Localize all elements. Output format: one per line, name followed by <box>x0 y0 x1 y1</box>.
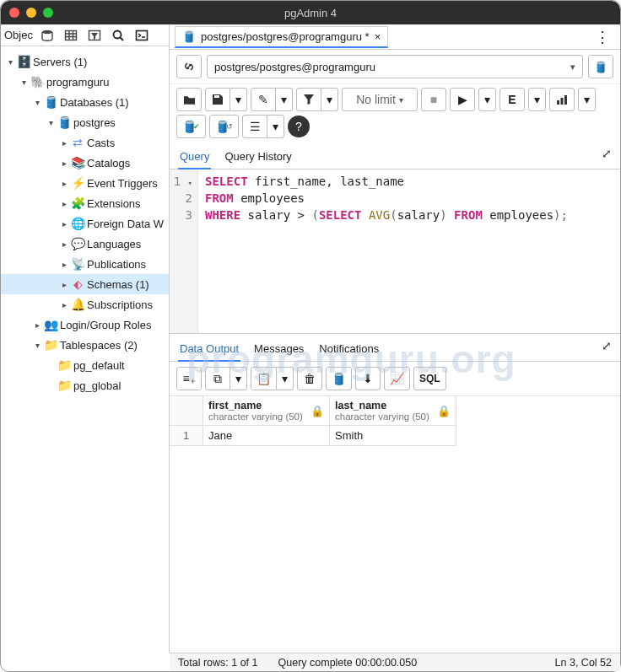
add-row-button[interactable]: ≡₊ <box>176 367 202 390</box>
tree-servers[interactable]: ▾🗄️Servers (1) <box>1 51 169 72</box>
status-time: Query complete 00:00:00.050 <box>278 657 418 669</box>
column-header-first-name[interactable]: first_name character varying (50) 🔒 <box>203 396 330 426</box>
tab-menu[interactable]: ⋮ <box>590 28 615 46</box>
limit-select[interactable]: No limit <box>342 88 418 111</box>
expand-output-icon[interactable]: ⤢ <box>602 339 612 361</box>
tree-subscriptions[interactable]: ▸🔔Subscriptions <box>1 294 169 314</box>
tree-tablespaces[interactable]: ▾📁Tablespaces (2) <box>1 335 169 355</box>
column-header-last-name[interactable]: last_name character varying (50) 🔒 <box>330 396 456 426</box>
publications-icon: 📡 <box>70 257 85 271</box>
new-connection-button[interactable]: 🛢️ <box>588 55 613 78</box>
stop-button[interactable]: ■ <box>421 88 446 111</box>
tree-fdw[interactable]: ▸🌐Foreign Data W <box>1 213 169 234</box>
tab-query[interactable]: Query <box>178 147 211 169</box>
row-index: 1 <box>170 426 203 446</box>
filter-button[interactable] <box>296 88 321 111</box>
explain-button[interactable]: E <box>500 88 525 111</box>
result-grid[interactable]: first_name character varying (50) 🔒 last… <box>170 395 620 446</box>
sql-editor[interactable]: 1 ▾ 2 3 SELECT first_name, last_name FRO… <box>170 169 620 334</box>
paste-dropdown[interactable]: ▾ <box>277 367 294 390</box>
object-tree[interactable]: ▾🗄️Servers (1) ▾🐘programguru ▾🛢️Database… <box>1 46 169 653</box>
status-rows: Total rows: 1 of 1 <box>178 657 258 669</box>
paste-button[interactable]: 📋 <box>251 367 277 390</box>
filter-icon[interactable] <box>85 26 104 45</box>
execute-button[interactable]: ▶ <box>450 88 475 111</box>
copy-dropdown[interactable]: ▾ <box>230 367 247 390</box>
editor-tab[interactable]: 🛢️ postgres/postgres@programguru * × <box>175 26 388 48</box>
extensions-icon: 🧩 <box>70 196 85 210</box>
tree-extensions[interactable]: ▸🧩Extensions <box>1 193 169 213</box>
svg-line-8 <box>120 37 123 40</box>
folder-icon: 📁 <box>57 358 72 372</box>
sql-view-button[interactable]: SQL <box>413 367 446 390</box>
cell-last-name[interactable]: Smith <box>330 426 456 446</box>
rollback-button[interactable]: 🛢️↺ <box>209 115 239 138</box>
open-file-button[interactable] <box>176 88 202 111</box>
svg-rect-12 <box>561 98 564 105</box>
filter-dropdown[interactable]: ▾ <box>321 88 338 111</box>
save-dropdown[interactable]: ▾ <box>230 88 247 111</box>
analyze-button[interactable] <box>549 88 575 111</box>
database-icon: 🛢️ <box>43 95 58 109</box>
schemas-icon: ⬖ <box>70 277 85 291</box>
db-icon[interactable] <box>38 26 57 45</box>
status-bar: Total rows: 1 of 1 Query complete 00:00:… <box>170 653 620 671</box>
chevron-down-icon: ▾ <box>570 62 575 73</box>
save-button[interactable] <box>205 88 230 111</box>
search-icon[interactable] <box>109 26 127 45</box>
tree-publications[interactable]: ▸📡Publications <box>1 254 169 274</box>
execute-dropdown[interactable]: ▾ <box>478 88 496 111</box>
status-cursor: Ln 3, Col 52 <box>555 657 612 669</box>
roles-icon: 👥 <box>43 318 58 331</box>
svg-rect-13 <box>564 95 567 105</box>
download-button[interactable]: ⬇ <box>355 367 381 390</box>
tab-close-icon[interactable]: × <box>375 30 381 43</box>
help-button[interactable]: ? <box>288 116 310 137</box>
tab-data-output[interactable]: Data Output <box>178 339 240 362</box>
edit-button[interactable]: ✎ <box>251 88 276 111</box>
cell-first-name[interactable]: Jane <box>203 426 330 446</box>
grid-icon[interactable] <box>62 26 80 45</box>
tree-pg-global[interactable]: 📁pg_global <box>1 375 169 395</box>
macros-dropdown[interactable]: ▾ <box>267 115 284 138</box>
tree-login-roles[interactable]: ▸👥Login/Group Roles <box>1 314 169 335</box>
tab-notifications[interactable]: Notifications <box>317 339 381 361</box>
expand-editor-icon[interactable]: ⤢ <box>602 147 612 169</box>
tree-server[interactable]: ▾🐘programguru <box>1 72 169 92</box>
tree-pg-default[interactable]: 📁pg_default <box>1 355 169 375</box>
elephant-icon: 🐘 <box>30 75 45 89</box>
connection-status-button[interactable] <box>176 55 202 78</box>
edit-dropdown[interactable]: ▾ <box>276 88 293 111</box>
tree-languages[interactable]: ▸💬Languages <box>1 234 169 254</box>
tree-db[interactable]: ▾🛢️postgres <box>1 112 169 132</box>
subscriptions-icon: 🔔 <box>70 298 85 311</box>
terminal-icon[interactable] <box>132 26 151 45</box>
tree-catalogs[interactable]: ▸📚Catalogs <box>1 153 169 173</box>
trigger-icon: ⚡ <box>70 176 85 190</box>
commit-button[interactable]: 🛢️✔ <box>176 115 206 138</box>
delete-row-button[interactable]: 🗑 <box>297 367 322 390</box>
languages-icon: 💬 <box>70 237 85 250</box>
chart-button[interactable]: 📈 <box>384 367 410 390</box>
save-data-button[interactable]: 🛢️ <box>326 367 352 390</box>
window-title: pgAdmin 4 <box>1 7 620 19</box>
tree-schemas[interactable]: ▸⬖Schemas (1) <box>1 274 169 294</box>
fdw-icon: 🌐 <box>70 217 85 230</box>
macros-button[interactable]: ☰ <box>242 115 267 138</box>
catalogs-icon: 📚 <box>70 156 85 169</box>
tree-casts[interactable]: ▸⇄Casts <box>1 132 169 153</box>
connection-select[interactable]: postgres/postgres@programguru ▾ <box>207 55 583 78</box>
explain-dropdown[interactable]: ▾ <box>528 88 546 111</box>
table-row[interactable]: 1 Jane Smith <box>170 426 620 446</box>
analyze-dropdown[interactable]: ▾ <box>578 88 596 111</box>
tab-messages[interactable]: Messages <box>252 339 305 361</box>
titlebar: pgAdmin 4 <box>1 1 620 24</box>
tree-databases[interactable]: ▾🛢️Databases (1) <box>1 92 169 112</box>
lock-icon: 🔒 <box>310 405 324 417</box>
tab-query-history[interactable]: Query History <box>223 147 293 169</box>
svg-rect-1 <box>65 30 76 40</box>
svg-rect-11 <box>557 100 559 105</box>
tree-event-triggers[interactable]: ▸⚡Event Triggers <box>1 173 169 193</box>
folder-icon: 📁 <box>57 379 72 392</box>
copy-button[interactable]: ⧉ <box>205 367 230 390</box>
